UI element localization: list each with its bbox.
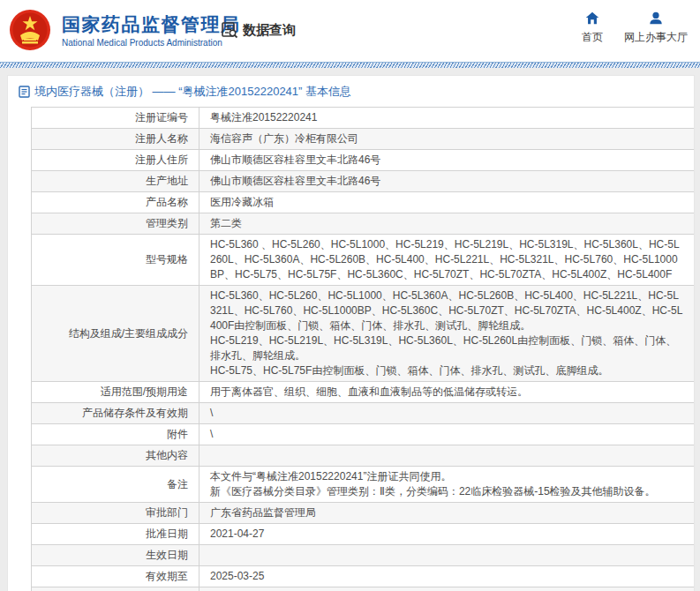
table-row: 型号规格HC-5L360 、HC-5L260、HC-5L1000、HC-5L21… <box>32 235 696 286</box>
header-nav: 首页 网上办事大厅 <box>582 11 688 45</box>
row-value: 2021-04-27 <box>199 524 696 545</box>
table-row: 变更情况 <box>32 587 696 591</box>
row-label: 生产地址 <box>32 171 199 192</box>
table-row: 生产地址佛山市顺德区容桂容里文丰北路46号 <box>32 171 696 192</box>
value-line: HC-5L75、HC-5L75F由控制面板、门锁、箱体、门体、排水孔、测试孔、底… <box>210 363 684 378</box>
breadcrumb: 境内医疗器械（注册） —— “粤械注准20152220241” 基本信息 <box>8 76 694 107</box>
row-label: 备注 <box>32 467 199 503</box>
table-row: 附件\ <box>32 424 696 445</box>
row-label: 生效日期 <box>32 545 199 566</box>
nav-home-label: 首页 <box>582 30 603 45</box>
national-emblem-icon <box>9 9 51 51</box>
row-value: 粤械注准20152220241 <box>199 108 696 129</box>
home-icon <box>584 11 600 26</box>
table-row: 批准日期2021-04-27 <box>32 524 696 545</box>
content-panel: 境内医疗器械（注册） —— “粤械注准20152220241” 基本信息 注册证… <box>7 75 695 591</box>
row-value: 海信容声（广东）冷柜有限公司 <box>199 129 696 150</box>
table-row: 管理类别第二类 <box>32 213 696 235</box>
document-icon <box>19 86 30 98</box>
row-value: 第二类 <box>199 213 696 235</box>
row-label: 注册证编号 <box>32 108 199 129</box>
row-label: 其他内容 <box>32 445 199 467</box>
row-label: 型号规格 <box>32 235 199 286</box>
nav-home[interactable]: 首页 <box>582 11 603 45</box>
value-line: HC-5L219、HC-5L219L、HC-5L319L、HC-5L360L、H… <box>210 333 684 363</box>
org-name-cn: 国家药品监督管理局 <box>62 13 241 36</box>
table-row: 注册人名称海信容声（广东）冷柜有限公司 <box>32 129 696 150</box>
table-row: 适用范围/预期用途用于离体器官、组织、细胞、血液和血液制品等的低温储存或转运。 <box>32 382 696 403</box>
row-value: 本文件与“粤械注准20152220241”注册证共同使用。新《医疗器械分类目录》… <box>199 467 696 503</box>
registration-info-table: 注册证编号粤械注准20152220241注册人名称海信容声（广东）冷柜有限公司注… <box>31 107 695 591</box>
row-label: 结构及组成/主要组成成分 <box>32 286 199 382</box>
org-name-en: National Medical Products Administration <box>62 38 241 48</box>
row-value <box>199 545 696 566</box>
row-value: 广东省药品监督管理局 <box>199 503 696 524</box>
row-value: \ <box>199 403 696 424</box>
table-row: 注册证编号粤械注准20152220241 <box>32 108 696 129</box>
row-value: 佛山市顺德区容桂容里文丰北路46号 <box>199 150 696 171</box>
row-label: 适用范围/预期用途 <box>32 382 199 403</box>
data-search-icon <box>221 21 238 39</box>
value-line: HC-5L360、HC-5L260、HC-5L1000、HC-5L360A、HC… <box>210 288 684 333</box>
breadcrumb-text: 境内医疗器械（注册） —— “粤械注准20152220241” 基本信息 <box>34 84 351 100</box>
site-logo: 国家药品监督管理局 National Medical Products Admi… <box>9 9 241 51</box>
row-value <box>199 445 696 467</box>
row-label: 管理类别 <box>32 213 199 235</box>
table-row: 产品名称医用冷藏冰箱 <box>32 192 696 213</box>
table-row: 产品储存条件及有效期\ <box>32 403 696 424</box>
row-label: 有效期至 <box>32 566 199 587</box>
row-label: 附件 <box>32 424 199 445</box>
row-value: 用于离体器官、组织、细胞、血液和血液制品等的低温储存或转运。 <box>199 382 696 403</box>
table-row: 审批部门广东省药品监督管理局 <box>32 503 696 524</box>
table-row: 有效期至2025-03-25 <box>32 566 696 587</box>
row-value: 2025-03-25 <box>199 566 696 587</box>
table-row: 结构及组成/主要组成成分HC-5L360、HC-5L260、HC-5L1000、… <box>32 286 696 382</box>
table-row: 注册人住所佛山市顺德区容桂容里文丰北路46号 <box>32 150 696 171</box>
table-row: 备注本文件与“粤械注准20152220241”注册证共同使用。新《医疗器械分类目… <box>32 467 696 503</box>
user-icon <box>648 11 664 26</box>
row-value: HC-5L360、HC-5L260、HC-5L1000、HC-5L360A、HC… <box>199 286 696 382</box>
nav-service-hall[interactable]: 网上办事大厅 <box>624 11 688 45</box>
row-value: 医用冷藏冰箱 <box>199 192 696 213</box>
data-query-heading: 数据查询 <box>221 21 296 39</box>
row-label: 变更情况 <box>32 587 199 591</box>
table-row: 其他内容 <box>32 445 696 467</box>
row-label: 注册人住所 <box>32 150 199 171</box>
nav-service-hall-label: 网上办事大厅 <box>624 30 688 45</box>
row-label: 产品储存条件及有效期 <box>32 403 199 424</box>
header-divider-stripe <box>0 62 700 68</box>
row-value: 佛山市顺德区容桂容里文丰北路46号 <box>199 171 696 192</box>
row-value <box>199 587 696 591</box>
info-table-body: 注册证编号粤械注准20152220241注册人名称海信容声（广东）冷柜有限公司注… <box>32 108 696 591</box>
row-value: HC-5L360 、HC-5L260、HC-5L1000、HC-5L219、HC… <box>199 235 696 286</box>
row-label: 审批部门 <box>32 503 199 524</box>
row-label: 注册人名称 <box>32 129 199 150</box>
table-row: 生效日期 <box>32 545 696 566</box>
org-names: 国家药品监督管理局 National Medical Products Admi… <box>62 13 241 48</box>
value-line: 本文件与“粤械注准20152220241”注册证共同使用。 <box>210 469 684 484</box>
row-label: 产品名称 <box>32 192 199 213</box>
site-header: 国家药品监督管理局 National Medical Products Admi… <box>0 0 700 62</box>
data-query-label: 数据查询 <box>243 22 296 39</box>
value-line: 新《医疗器械分类目录》管理类别：Ⅱ类，分类编码：22临床检验器械-15检验及其他… <box>210 484 684 499</box>
row-label: 批准日期 <box>32 524 199 545</box>
row-value: \ <box>199 424 696 445</box>
